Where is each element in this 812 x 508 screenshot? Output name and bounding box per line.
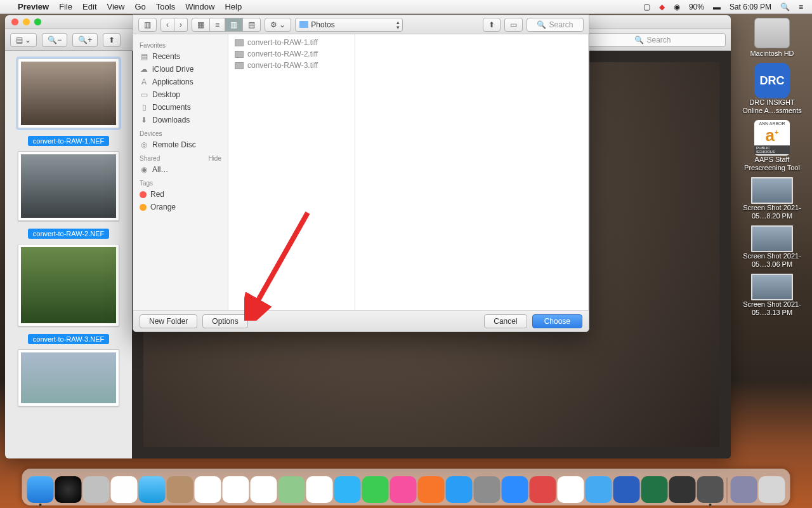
- wifi-icon[interactable]: ◉: [674, 3, 680, 11]
- zoom-in-button[interactable]: 🔍+: [72, 33, 98, 47]
- menu-view[interactable]: View: [107, 2, 125, 11]
- dock-trash[interactable]: [759, 476, 785, 503]
- dock-app-preview[interactable]: [697, 476, 724, 503]
- dock-app-chrome[interactable]: [558, 476, 584, 503]
- disc-icon: ◎: [140, 140, 148, 149]
- desktop-item-aaps[interactable]: ANN ARBORa+PUBLIC SCHOOLS AAPS Staff Pre…: [738, 120, 806, 172]
- menubar-clock[interactable]: Sat 6:09 PM: [730, 3, 771, 11]
- sidebar-toggle-button[interactable]: ▤ ⌄: [10, 33, 37, 47]
- dock-app[interactable]: [586, 476, 612, 503]
- sidebar-item-remote-disc[interactable]: ◎Remote Disc: [133, 138, 228, 151]
- dock-app-notes[interactable]: [223, 476, 249, 503]
- thumbnail-label[interactable]: convert-to-RAW-2.NEF: [28, 229, 109, 239]
- sidebar-hide-button[interactable]: Hide: [208, 155, 221, 162]
- status-icon[interactable]: ◆: [659, 3, 665, 11]
- choose-button[interactable]: Choose: [532, 314, 582, 328]
- dock-app-facetime[interactable]: [362, 476, 389, 503]
- dock-app-mail[interactable]: [139, 476, 166, 503]
- desktop-item-screenshot[interactable]: Screen Shot 2021-05…3.06 PM: [738, 225, 806, 269]
- notification-center-icon[interactable]: ≡: [799, 3, 803, 11]
- battery-icon[interactable]: ▬: [713, 3, 721, 11]
- dock-app-word[interactable]: [613, 476, 640, 503]
- sheet-search[interactable]: 🔍 Search: [527, 18, 584, 32]
- menu-go[interactable]: Go: [134, 2, 145, 11]
- zoom-button[interactable]: [34, 18, 41, 25]
- menu-edit[interactable]: Edit: [82, 2, 96, 11]
- thumbnail[interactable]: [18, 151, 119, 221]
- cancel-button[interactable]: Cancel: [484, 314, 527, 328]
- sidebar-item-recents[interactable]: ▤Recents: [133, 50, 228, 63]
- dock-app-reminders[interactable]: [251, 476, 277, 503]
- dock-app-zoom[interactable]: [502, 476, 528, 503]
- forward-button[interactable]: ›: [174, 18, 188, 32]
- file-row[interactable]: convert-to-RAW-2.tiff: [228, 48, 355, 60]
- dock-app-excel[interactable]: [641, 476, 668, 503]
- desktop-item-screenshot[interactable]: Screen Shot 2021-05…3.13 PM: [738, 274, 806, 317]
- sidebar-item-downloads[interactable]: ⬇Downloads: [133, 114, 228, 126]
- file-column[interactable]: convert-to-RAW-1.tiff convert-to-RAW-2.t…: [228, 34, 355, 310]
- dock-app[interactable]: [731, 476, 757, 503]
- folder-dropdown[interactable]: Photos ▴▾: [295, 18, 403, 32]
- dock-app-finder[interactable]: [27, 476, 54, 503]
- dock-app[interactable]: [669, 476, 696, 503]
- thumbnail[interactable]: [18, 349, 119, 406]
- sidebar-item-applications[interactable]: AApplications: [133, 76, 228, 88]
- close-button[interactable]: [11, 18, 18, 25]
- sidebar-tag-orange[interactable]: Orange: [133, 201, 228, 213]
- zoom-out-button[interactable]: 🔍−: [42, 33, 67, 47]
- desktop-item-hd[interactable]: Macintosh HD: [738, 18, 806, 58]
- desktop-item-screenshot[interactable]: Screen Shot 2021-05…8.20 PM: [738, 177, 806, 220]
- options-button[interactable]: Options: [202, 314, 247, 328]
- share-button[interactable]: ⬆: [483, 18, 501, 32]
- menu-help[interactable]: Help: [225, 2, 242, 11]
- sidebar-tag-red[interactable]: Red: [133, 188, 228, 201]
- sidebar-item-documents[interactable]: ▯Documents: [133, 101, 228, 114]
- toolbar-search[interactable]: 🔍 Search: [580, 33, 726, 47]
- sidebar-item-icloud[interactable]: ☁iCloud Drive: [133, 63, 228, 76]
- desktop-item-drc[interactable]: DRC DRC INSIGHT Online A…ssments: [738, 63, 806, 115]
- dock-app-ibooks[interactable]: [418, 476, 445, 503]
- dock-app-maps[interactable]: [278, 476, 305, 503]
- search-placeholder: Search: [549, 20, 573, 29]
- icon-view-button[interactable]: ▦: [192, 18, 210, 32]
- thumbnail-label[interactable]: convert-to-RAW-1.NEF: [28, 136, 109, 146]
- new-folder-button[interactable]: New Folder: [140, 314, 197, 328]
- sidebar-toggle-button[interactable]: ▥: [138, 18, 157, 32]
- file-chooser-sheet: ▥ ‹ › ▦ ≡ ▥ ▤ ⚙ ⌄ Photos ▴▾ ⬆ ▭ 🔍 Search…: [133, 15, 589, 332]
- gallery-view-button[interactable]: ▤: [243, 18, 261, 32]
- share-button[interactable]: ⬆: [103, 33, 121, 47]
- menu-tools[interactable]: Tools: [156, 2, 175, 11]
- facetime-icon[interactable]: ▢: [643, 3, 650, 11]
- sidebar-item-all[interactable]: ◉All…: [133, 163, 228, 176]
- dock-app-launchpad[interactable]: [83, 476, 110, 503]
- thumbnail-label[interactable]: convert-to-RAW-3.NEF: [28, 334, 109, 344]
- tags-button[interactable]: ▭: [504, 18, 523, 32]
- file-row[interactable]: convert-to-RAW-3.tiff: [228, 60, 355, 71]
- dock-app-siri[interactable]: [55, 476, 82, 503]
- dock-app-messages[interactable]: [334, 476, 361, 503]
- list-view-button[interactable]: ≡: [210, 18, 225, 32]
- thumbnail[interactable]: [18, 244, 119, 326]
- preview-column: [355, 34, 589, 310]
- back-button[interactable]: ‹: [160, 18, 174, 32]
- file-row[interactable]: convert-to-RAW-1.tiff: [228, 37, 355, 48]
- group-button[interactable]: ⚙ ⌄: [265, 18, 291, 32]
- dock-app[interactable]: [530, 476, 556, 503]
- menu-file[interactable]: File: [59, 2, 72, 11]
- dock-app-safari[interactable]: [111, 476, 138, 503]
- dock-app-itunes[interactable]: [390, 476, 417, 503]
- dock-app-calendar[interactable]: [195, 476, 221, 503]
- sidebar-item-desktop[interactable]: ▭Desktop: [133, 88, 228, 101]
- dock-app-appstore[interactable]: [446, 476, 473, 503]
- dock-app-contacts[interactable]: [167, 476, 193, 503]
- thumbnail[interactable]: [18, 58, 119, 128]
- app-menu[interactable]: Preview: [18, 2, 49, 11]
- dock-app-preferences[interactable]: [474, 476, 501, 503]
- spotlight-icon[interactable]: 🔍: [780, 3, 790, 11]
- menu-window[interactable]: Window: [185, 2, 214, 11]
- thumbnail-sidebar[interactable]: convert-to-RAW-1.NEF convert-to-RAW-2.NE…: [5, 51, 132, 458]
- column-view-button[interactable]: ▥: [225, 18, 243, 32]
- thumbnail-image: [21, 62, 116, 125]
- dock-app-photos[interactable]: [306, 476, 333, 503]
- minimize-button[interactable]: [23, 18, 30, 25]
